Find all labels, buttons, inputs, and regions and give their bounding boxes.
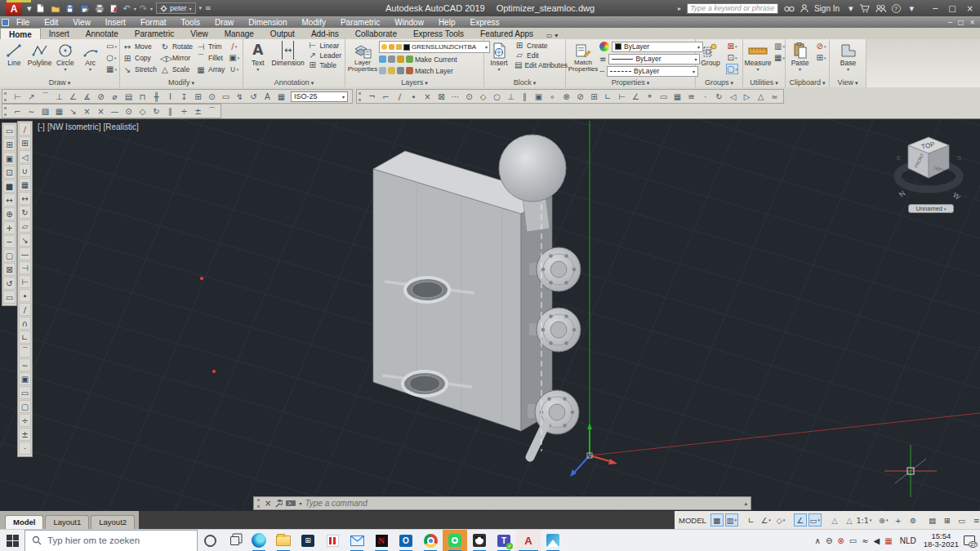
sync-error-icon[interactable]: ⊗ [837,536,844,545]
polyline-button[interactable]: Polyline [28,41,52,67]
regen-icon[interactable]: ≈ [768,91,782,103]
otrack-tool-icon[interactable]: ⌖ [643,91,657,103]
snap-endpoint-icon[interactable]: ∕ [393,91,407,103]
trim-button[interactable]: ⊣Trim [196,41,225,52]
workspace-switching-gear[interactable]: ⊛▾ [877,513,890,527]
menu-parametric[interactable]: Parametric [333,18,387,27]
dim-style-dropdown[interactable]: ISO-25 ▾ [291,91,348,102]
panel-label-groups[interactable]: Groups [696,78,742,87]
zoom-extents-icon[interactable]: ⊠ [3,263,16,276]
dim-angular-icon[interactable]: ∠ [66,91,80,103]
snap-midpoint-icon[interactable]: ∙ [407,91,421,103]
network-icon[interactable]: ≈ [862,536,868,545]
ortho-tool-icon[interactable]: ⊢ [615,91,629,103]
taskbar-outlook-icon[interactable]: O [394,530,418,551]
id-point-icon[interactable]: ▥ [773,41,786,51]
scale-button[interactable]: △Scale [160,64,193,75]
undo-icon[interactable]: ↶ [123,4,131,13]
taskbar-store-icon[interactable]: ⊞ [296,530,320,551]
start-button[interactable] [0,530,24,551]
snap-nearest-icon[interactable]: ⊗ [559,91,573,103]
save-icon[interactable] [65,2,76,14]
lengthen-icon[interactable]: — [19,247,31,260]
menu-draw[interactable]: Draw [207,18,241,27]
taskbar-netflix-icon[interactable]: N [369,530,394,551]
measure-tool-icon[interactable]: ± [191,105,205,118]
cut-icon[interactable]: ⊘ [815,41,827,51]
snap-mode-toggle[interactable]: ▦ [710,513,724,527]
ribbon-tab-express-tools[interactable]: Express Tools [405,28,472,39]
dim-style-manager-icon[interactable]: A [261,91,274,103]
divide-icon[interactable]: ÷ [19,414,31,427]
doc-close-button[interactable]: × [969,19,975,26]
redo-caret-icon[interactable]: ▾ [150,6,153,11]
zoom-scale-icon[interactable]: ▣ [3,152,16,165]
join-icon[interactable]: ∩ [19,317,31,330]
taskbar-red-app-icon[interactable] [320,530,345,551]
menu-window[interactable]: Window [387,18,431,27]
rotate-icon[interactable]: ↻ [19,206,31,219]
object-snap-tracking-toggle[interactable]: ∠ [794,513,807,527]
menu-edit[interactable]: Edit [37,18,65,27]
explode-icon[interactable]: ▣ [19,372,31,385]
edit-hatch-icon[interactable]: ▨ [38,105,52,118]
publish-icon[interactable] [109,2,120,14]
revision-cloud-icon[interactable]: ↻ [149,105,163,118]
move-icon[interactable]: ↔ [19,192,31,205]
viewcube-preset-dropdown[interactable]: Unnamed [908,204,954,213]
ribbon-tab-manage[interactable]: Manage [216,28,262,39]
menu-modify[interactable]: Modify [295,18,333,27]
quick-calc-icon[interactable]: ▦ [773,52,786,63]
sign-in-caret-icon[interactable]: ▾ [849,3,853,14]
snap-intersection-icon[interactable]: × [421,91,434,103]
grid-tool-icon[interactable]: ▦ [670,91,684,103]
measure-button[interactable]: Measure [746,41,770,72]
battery-icon[interactable]: ▭ [849,536,857,545]
dim-ordinate-icon[interactable]: ⊥ [52,91,66,103]
volume-icon[interactable]: ◀ [874,536,880,545]
store-cart-icon[interactable] [859,4,870,13]
panel-label-view[interactable]: View [830,78,866,87]
snap-settings-icon[interactable]: ⊞ [587,91,601,103]
layout-tab-layout1[interactable]: Layout1 [45,515,89,529]
erase-icon[interactable]: ∕ [228,41,240,51]
offset-icon[interactable]: ∪ [228,64,240,74]
layout-tab-layout2[interactable]: Layout2 [91,515,135,529]
app-menu-caret-icon[interactable]: ▾ [27,3,32,14]
model-space-viewport[interactable]: [-] [NW Isometric] [Realistic] ▭⊞▣⊡■↔⊕+−… [0,119,980,511]
edit-attributes-button[interactable]: ▤Edit Attributes [514,60,562,69]
cortana-button[interactable] [198,530,222,551]
layer-off-icon[interactable] [379,56,386,63]
point-marker[interactable] [200,277,203,280]
snap-tangent-icon[interactable]: ○ [490,91,504,103]
ribbon-tab-parametric[interactable]: Parametric [127,28,182,39]
window-maximize-button[interactable]: □ [948,4,956,13]
table-button[interactable]: ⊞Table [308,60,343,69]
ucs-tool-icon[interactable]: ∟ [601,91,615,103]
annotation-monitor-plus[interactable]: + [892,513,905,527]
group-button[interactable]: Group [698,41,723,67]
boundary-icon[interactable]: ▢ [19,400,31,413]
leader-button[interactable]: ↗Leader [308,51,343,60]
task-view-button[interactable] [222,530,247,551]
break-icon[interactable]: ∕ [19,303,31,316]
layer-walk-icon[interactable] [379,67,386,74]
menu-view[interactable]: View [65,18,98,27]
base-view-button[interactable]: Base [836,41,861,72]
ortho-toggle[interactable]: ∟ [745,513,758,527]
text-button[interactable]: A Text [246,41,270,72]
ribbon-tab-home[interactable]: Home [0,28,41,39]
lengthen-tool-icon[interactable]: — [108,105,122,118]
menu-express[interactable]: Express [462,18,506,27]
dim-baseline-icon[interactable]: ▤ [122,91,136,103]
panel-label-utilities[interactable]: Utilities [743,78,785,87]
qat-menu-icon[interactable]: ≡ [205,5,212,12]
snap-parallel-icon[interactable]: ∥ [518,91,532,103]
edit-polyline-icon[interactable]: ⌐ [11,105,24,118]
infocenter-flyout-icon[interactable]: ▸ [678,5,681,12]
compass-s[interactable]: S [957,154,961,162]
snap-insertion-icon[interactable]: ▣ [532,91,546,103]
clean-screen-toggle[interactable]: ▭ [956,513,969,527]
lineweight-dropdown[interactable]: ByLayer ▾ [608,54,700,64]
zoom-realtime-icon[interactable]: ⊕ [3,207,16,220]
